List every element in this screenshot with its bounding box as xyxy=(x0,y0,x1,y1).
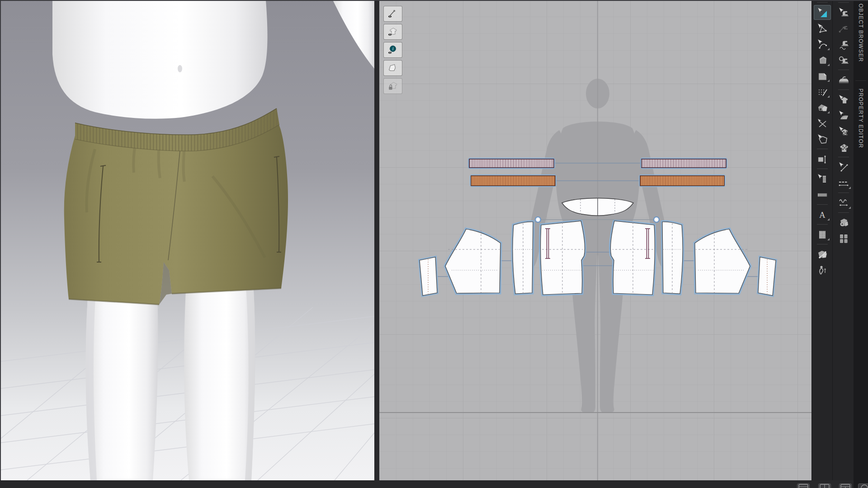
edit-sewing-button[interactable] xyxy=(835,52,852,67)
garment-shorts-3d[interactable] xyxy=(64,108,288,305)
avatar-navel xyxy=(178,65,182,72)
toolbar-separator xyxy=(838,89,849,90)
window-top-edge xyxy=(0,0,868,1)
toolbar-separator xyxy=(817,244,828,244)
pattern-piece-waistband-facing[interactable] xyxy=(471,176,555,186)
toolbar-separator xyxy=(817,2,828,3)
drape-garment-icon xyxy=(838,110,849,122)
collapsed-panel-tabs: OBJECT BROWSER PROPERTY EDITOR xyxy=(854,0,868,488)
seam-measure-button[interactable] xyxy=(814,151,831,166)
edit-curvature-icon xyxy=(816,38,828,50)
grading-button[interactable] xyxy=(814,247,831,262)
window-layout-2-button[interactable] xyxy=(818,483,831,488)
edit-sewing-icon xyxy=(838,54,849,66)
pattern-editor-2d[interactable] xyxy=(379,0,811,480)
pattern-piece-side-panel[interactable] xyxy=(513,222,533,294)
texture-garment-button[interactable] xyxy=(835,140,852,155)
texture-edit-button[interactable] xyxy=(835,124,852,139)
show-info-icon: i xyxy=(387,45,398,56)
polygon-pattern-button[interactable] xyxy=(814,52,831,67)
toolbar-pattern-tools: A xyxy=(811,0,833,480)
lock-garment-button[interactable] xyxy=(383,78,402,94)
toolbar-separator xyxy=(817,204,828,205)
svg-text:i: i xyxy=(392,46,394,51)
elastic-icon xyxy=(838,197,849,209)
add-pattern-button[interactable] xyxy=(835,215,852,230)
texture-garment-icon xyxy=(838,141,849,153)
show-garment-button[interactable] xyxy=(383,24,402,40)
window-layout-4-button[interactable] xyxy=(858,483,868,488)
rectangle-pattern-button[interactable] xyxy=(814,68,831,83)
tuck-button[interactable] xyxy=(835,231,852,246)
edit-zipper-button[interactable] xyxy=(814,171,831,186)
clone-pattern-icon xyxy=(816,102,828,113)
notch-cross-icon xyxy=(816,117,828,129)
lock-garment-icon xyxy=(387,81,398,92)
rectangle-pattern-icon xyxy=(816,70,828,82)
toolbar-separator xyxy=(817,149,828,149)
toolbar-separator xyxy=(838,70,849,70)
segment-sewing-button[interactable] xyxy=(835,5,852,20)
show-pattern-button[interactable] xyxy=(383,60,402,76)
iron-icon xyxy=(838,74,849,86)
scene-3d xyxy=(0,0,374,480)
view-toggle-toolbar-2d: i xyxy=(383,6,402,94)
pleats-button[interactable] xyxy=(814,227,831,242)
free-sewing-button[interactable] xyxy=(835,21,852,36)
drape-garment-button[interactable] xyxy=(835,108,852,123)
clone-pattern-button[interactable] xyxy=(814,100,831,115)
internal-polygon-button[interactable] xyxy=(814,84,831,99)
show-pin-icon xyxy=(387,9,398,19)
notch-cross-button[interactable] xyxy=(814,116,831,131)
zipper-icon xyxy=(816,189,828,201)
edit-pattern-button[interactable] xyxy=(814,21,831,36)
trace-pattern-icon xyxy=(816,133,828,145)
text-tool-button[interactable]: A xyxy=(814,207,831,222)
show-garment-icon xyxy=(387,27,398,38)
segment-sewing-icon xyxy=(838,7,849,19)
seam-measure-icon xyxy=(816,153,828,165)
mn-sewing-icon xyxy=(838,38,849,50)
toolbar-separator xyxy=(817,224,828,225)
basting-button[interactable] xyxy=(835,175,852,190)
pattern-piece-waistband[interactable] xyxy=(469,159,554,168)
grading-icon xyxy=(816,249,828,260)
zipper-button[interactable] xyxy=(814,187,831,202)
toolbar-sewing-tools xyxy=(832,0,854,480)
edit-curvature-button[interactable] xyxy=(814,37,831,52)
bottom-bar xyxy=(0,480,854,488)
tab-divider xyxy=(855,80,866,81)
select-garment-button[interactable] xyxy=(835,92,852,107)
baste-line-button[interactable] xyxy=(835,160,852,174)
window-layout-1-button[interactable] xyxy=(797,483,810,488)
polygon-pattern-icon xyxy=(816,54,828,66)
add-pattern-icon xyxy=(838,217,849,229)
internal-polygon-icon xyxy=(816,86,828,98)
viewport-3d[interactable] xyxy=(0,0,374,480)
basting-icon xyxy=(838,177,849,189)
tab-object-browser[interactable]: OBJECT BROWSER xyxy=(858,4,864,62)
texture-edit-icon xyxy=(838,126,849,137)
pattern-piece-pocket-facing[interactable] xyxy=(420,257,437,296)
text-tool-icon: A xyxy=(816,209,828,221)
svg-text:A: A xyxy=(819,210,826,220)
trace-pattern-button[interactable] xyxy=(814,131,831,146)
show-info-button[interactable]: i xyxy=(383,42,402,58)
toolbar-separator xyxy=(838,192,849,193)
mn-sewing-button[interactable] xyxy=(835,37,852,52)
avatar-left-leg xyxy=(86,285,158,480)
baste-line-icon xyxy=(838,161,849,173)
show-pin-button[interactable] xyxy=(383,6,402,22)
iron-button[interactable] xyxy=(835,72,852,87)
free-sewing-icon xyxy=(838,23,849,34)
elastic-button[interactable] xyxy=(835,195,852,210)
panel-divider[interactable] xyxy=(374,0,379,480)
edit-zipper-icon xyxy=(816,173,828,185)
window-layout-3-button[interactable] xyxy=(839,483,852,488)
walk-avatar-button[interactable] xyxy=(814,263,831,277)
app-window: i A OBJECT BROWSER PROPERTY EDITOR xyxy=(0,0,868,488)
transform-pattern-button[interactable] xyxy=(814,5,831,20)
pattern-piece-front-panel[interactable] xyxy=(541,221,585,295)
toolbar-separator xyxy=(838,157,849,157)
tab-property-editor[interactable]: PROPERTY EDITOR xyxy=(858,89,864,148)
